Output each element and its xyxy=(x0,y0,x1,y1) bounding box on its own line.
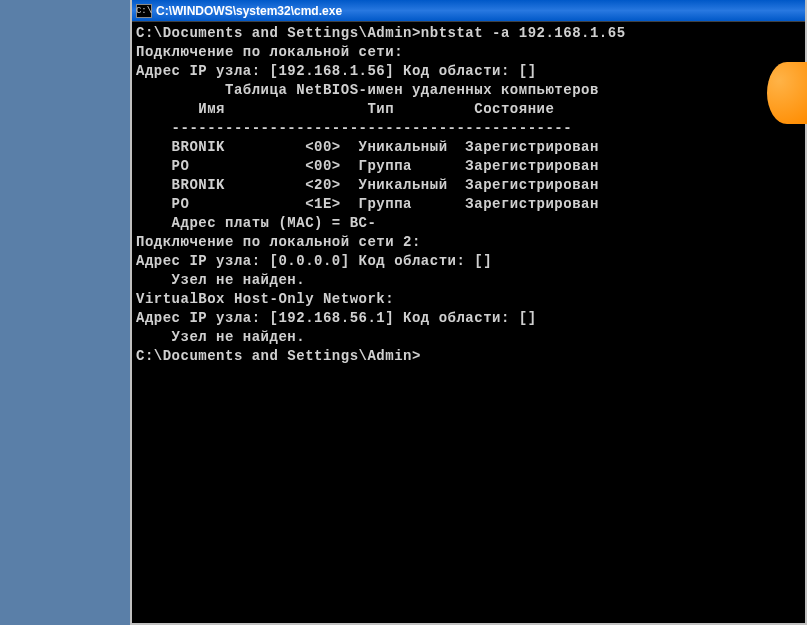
window-title: C:\WINDOWS\system32\cmd.exe xyxy=(156,4,342,18)
ip-address-line: Адрес IP узла: [0.0.0.0] Код области: [] xyxy=(136,252,801,271)
cmd-window: C:\ C:\WINDOWS\system32\cmd.exe C:\Docum… xyxy=(130,0,807,625)
title-bar[interactable]: C:\ C:\WINDOWS\system32\cmd.exe xyxy=(132,0,805,22)
prompt-line: C:\Documents and Settings\Admin> xyxy=(136,347,801,366)
ip-address-line: Адрес IP узла: [192.168.1.56] Код област… xyxy=(136,62,801,81)
table-row: PO <00> Группа Зарегистрирован xyxy=(136,157,801,176)
redacted-mac xyxy=(376,215,516,231)
command-line: C:\Documents and Settings\Admin>nbtstat … xyxy=(136,24,801,43)
mac-prefix: Адрес платы (MAC) = BC- xyxy=(136,215,376,231)
ip-address-line: Адрес IP узла: [192.168.56.1] Код област… xyxy=(136,309,801,328)
table-title: Таблица NetBIOS-имен удаленных компьютер… xyxy=(136,81,801,100)
desktop-background: C:\ C:\WINDOWS\system32\cmd.exe C:\Docum… xyxy=(0,0,807,625)
not-found-line: Узел не найден. xyxy=(136,271,801,290)
cmd-icon: C:\ xyxy=(136,4,152,18)
connection-header: Подключение по локальной сети 2: xyxy=(136,233,801,252)
table-row: PO <1E> Группа Зарегистрирован xyxy=(136,195,801,214)
table-row: BRONIK <20> Уникальный Зарегистрирован xyxy=(136,176,801,195)
mac-address-line: Адрес платы (MAC) = BC- xyxy=(136,214,801,233)
table-row: BRONIK <00> Уникальный Зарегистрирован xyxy=(136,138,801,157)
orange-badge-icon xyxy=(767,62,807,124)
not-found-line: Узел не найден. xyxy=(136,328,801,347)
table-divider: ----------------------------------------… xyxy=(136,119,801,138)
connection-header: VirtualBox Host-Only Network: xyxy=(136,290,801,309)
connection-header: Подключение по локальной сети: xyxy=(136,43,801,62)
table-header: Имя Тип Состояние xyxy=(136,100,801,119)
terminal-output[interactable]: C:\Documents and Settings\Admin>nbtstat … xyxy=(132,22,805,623)
